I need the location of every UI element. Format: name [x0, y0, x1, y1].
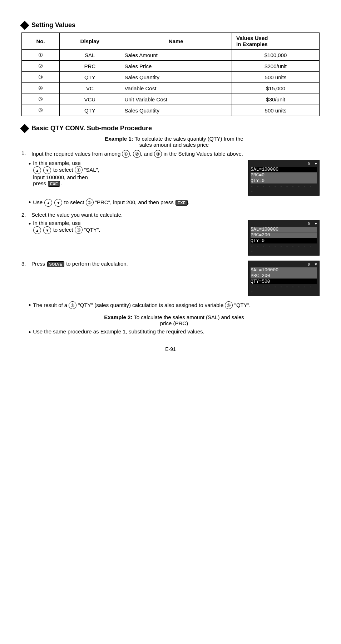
up-arrow-key-1: ▲	[33, 166, 41, 174]
step2-row: 2. Select the value you want to calculat…	[21, 212, 320, 218]
table-row: ③QTYSales Quantity500 units	[22, 72, 320, 83]
table-row: ②PRCSales Price$200/unit	[22, 61, 320, 72]
step3-display: 0 ▼ SAL=100000 PRC=200 QTY=500 - - - - -…	[248, 261, 320, 296]
section2-title: Basic QTY CONV. Sub-mode Procedure	[31, 125, 152, 132]
step2-num: 2.	[21, 212, 29, 218]
bullet-dot-2: •	[29, 199, 31, 206]
step3-row: 3. Press SOLVE to perform the calculatio…	[21, 261, 244, 267]
circled-3b: ③	[75, 226, 83, 234]
display1-dashes: - - - - - - - - - - - -	[251, 184, 317, 194]
table-cell-no: ③	[22, 72, 60, 83]
example2-desc: To calculate the sales amount (SAL) and …	[134, 314, 244, 326]
circled-3a: ③	[154, 150, 162, 158]
bullet-dot-1: •	[29, 161, 31, 167]
table-cell-value: $15,000	[232, 83, 320, 94]
table-cell-no: ⑤	[22, 94, 60, 105]
step3-num: 3.	[21, 261, 29, 267]
step3: 3. Press SOLVE to perform the calculatio…	[21, 261, 320, 296]
step1-num: 1.	[21, 150, 29, 156]
page-number: E-91	[21, 346, 320, 352]
step1: 1. Input the required values from among …	[21, 150, 320, 207]
example2-note: • Use the same procedure as Example 1, s…	[29, 328, 320, 336]
up-arrow-key-3: ▲	[33, 226, 41, 234]
display1-row1: SAL=100000	[251, 167, 317, 172]
table-cell-no: ①	[22, 50, 60, 61]
display3-row3: QTY=500	[251, 279, 317, 284]
display3-dashes: - - - - - - - - - - - -	[251, 285, 317, 295]
col-header-display: Display	[60, 33, 120, 50]
bullet-dot-4: •	[29, 302, 31, 308]
example1-desc: To calculate the sales quantity (QTY) fr…	[134, 136, 243, 148]
table-cell-value: $100,000	[232, 50, 320, 61]
col-header-name: Name	[120, 33, 232, 50]
circled-3c: ③	[69, 301, 76, 309]
table-cell-display: SAL	[60, 50, 120, 61]
circled-6a: ⑥	[225, 301, 233, 309]
diamond-icon-1	[20, 21, 29, 30]
circled-2b: ②	[86, 198, 94, 206]
example1-label: Example 1:	[105, 136, 133, 142]
table-cell-display: VC	[60, 83, 120, 94]
step1-bullet2: • Use ▲ ▼ to select ② "PRC", input 200, …	[29, 198, 320, 207]
table-cell-name: Sales Quantity	[120, 72, 232, 83]
example1-heading: Example 1: To calculate the sales quanti…	[21, 136, 320, 148]
display1-row3: QTY=0	[251, 178, 317, 183]
table-row: ⑤VCUUnit Variable Cost$30/unit	[22, 94, 320, 105]
table-cell-no: ②	[22, 61, 60, 72]
display1-row2: PRC=0	[251, 172, 317, 178]
table-cell-display: PRC	[60, 61, 120, 72]
table-row: ⑥QTYSales Quantity500 units	[22, 105, 320, 116]
step3-text: Press SOLVE to perform the calculation.	[31, 261, 244, 267]
step1-display1: 0 ▼ SAL=100000 PRC=0 QTY=0 - - - - - - -…	[248, 160, 320, 196]
step1-bullet1-text: In this example, use ▲ ▼ to select ① "SA…	[33, 160, 248, 187]
page-num-text: E-91	[165, 346, 176, 352]
step3-note-text: The result of a ③ "QTY" (sales quantity)…	[33, 301, 320, 309]
exe-key-2: EXE	[176, 200, 188, 206]
section2-heading: Basic QTY CONV. Sub-mode Procedure	[21, 125, 320, 132]
section1-heading: Setting Values	[21, 21, 320, 29]
display1-header: 0 ▼	[251, 162, 317, 166]
table-cell-value: $200/unit	[232, 61, 320, 72]
bullet-dot-5: •	[29, 329, 31, 336]
display2-row2: PRC=200	[251, 232, 317, 238]
exe-key-1: EXE	[48, 181, 60, 187]
step1-bullet1: • In this example, use ▲ ▼ to select ① "…	[29, 160, 320, 196]
up-arrow-key-2: ▲	[44, 199, 52, 207]
table-cell-display: QTY	[60, 72, 120, 83]
table-row: ①SALSales Amount$100,000	[22, 50, 320, 61]
circled-1b: ①	[75, 166, 83, 174]
table-cell-no: ④	[22, 83, 60, 94]
display2-header: 0 ▼	[251, 222, 317, 226]
col-header-no: No.	[22, 33, 60, 50]
example2-label: Example 2:	[104, 314, 132, 320]
setting-values-table: No. Display Name Values Usedin Examples …	[21, 32, 320, 116]
display3-header: 0 ▼	[251, 262, 317, 267]
table-cell-name: Unit Variable Cost	[120, 94, 232, 105]
step1-row: 1. Input the required values from among …	[21, 150, 320, 158]
diamond-icon-2	[20, 124, 29, 133]
step2-display1: 0 ▼ SAL=100000 PRC=200 QTY=0 - - - - - -…	[248, 220, 320, 256]
col-header-values: Values Usedin Examples	[232, 33, 320, 50]
table-cell-value: 500 units	[232, 105, 320, 116]
section1-title: Setting Values	[31, 21, 75, 29]
down-arrow-key-1: ▼	[43, 166, 51, 174]
display3-row1: SAL=100000	[251, 267, 317, 273]
step2: 2. Select the value you want to calculat…	[21, 212, 320, 256]
solve-key: SOLVE	[47, 261, 64, 267]
step1-text: Input the required values from among ①, …	[31, 150, 320, 158]
table-cell-name: Sales Price	[120, 61, 232, 72]
example2-note-text: Use the same procedure as Example 1, sub…	[33, 328, 320, 334]
step1-bullet2-text: Use ▲ ▼ to select ② "PRC", input 200, an…	[33, 198, 320, 207]
display3-row2: PRC=200	[251, 273, 317, 278]
example2-heading: Example 2: To calculate the sales amount…	[21, 314, 320, 326]
table-row: ④VCVariable Cost$15,000	[22, 83, 320, 94]
display2-dashes: - - - - - - - - - - - -	[251, 244, 317, 254]
down-arrow-key-3: ▼	[43, 226, 51, 234]
step2-text: Select the value you want to calculate.	[31, 212, 320, 218]
bullet-dot-3: •	[29, 221, 31, 227]
table-cell-value: $30/unit	[232, 94, 320, 105]
step3-note: • The result of a ③ "QTY" (sales quantit…	[29, 301, 320, 309]
table-cell-name: Sales Amount	[120, 50, 232, 61]
display2-row1: SAL=100000	[251, 227, 317, 232]
step2-bullet1: • In this example, use ▲ ▼ to select ③ "…	[29, 220, 320, 256]
